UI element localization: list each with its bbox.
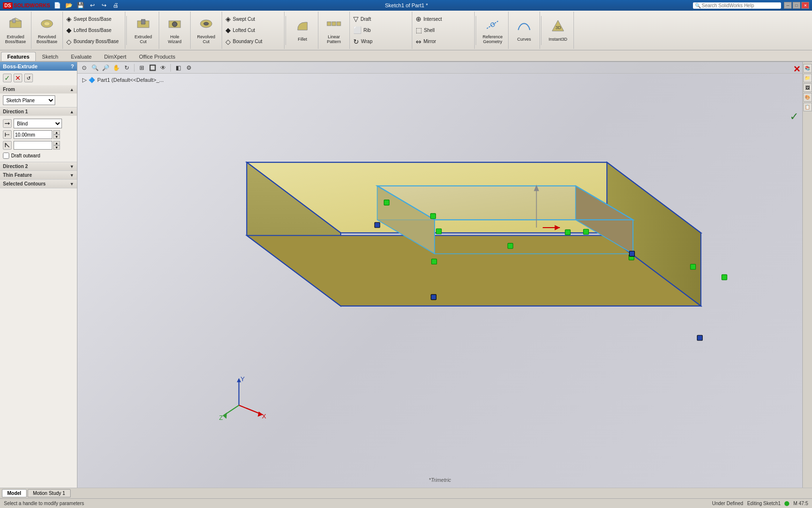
from-section-header[interactable]: From ▲ bbox=[0, 85, 77, 93]
depth-down-btn[interactable]: ▼ bbox=[53, 135, 60, 139]
close-btn[interactable]: ✕ bbox=[801, 2, 809, 9]
draft-outward-checkbox[interactable]: Draft outward bbox=[3, 153, 40, 159]
reference-geometry-btn[interactable]: ReferenceGeometry bbox=[479, 14, 506, 47]
direction1-header[interactable]: Direction 1 ▲ bbox=[0, 108, 77, 116]
draft-btn[interactable]: ▽ Draft bbox=[352, 14, 410, 24]
left-panel: Boss-Extrude ? ✓ ✕ ↺ From ▲ Sketch Plane… bbox=[0, 62, 77, 488]
open-btn[interactable]: 📂 bbox=[65, 1, 74, 10]
maximize-btn[interactable]: □ bbox=[793, 2, 800, 9]
lofted-cut-btn[interactable]: ◆ Lofted Cut bbox=[224, 25, 282, 35]
print-btn[interactable]: 🖨 bbox=[111, 1, 120, 10]
boundary-boss-btn[interactable]: ◇ Boundary Boss/Base bbox=[65, 37, 123, 46]
lofted-boss-btn[interactable]: ◆ Lofted Boss/Base bbox=[65, 25, 123, 35]
search-input[interactable] bbox=[702, 3, 779, 8]
direction1-section: Direction 1 ▲ Blind Through All Up bbox=[0, 108, 77, 162]
redo-btn[interactable]: ↪ bbox=[100, 1, 108, 10]
tab-office-products[interactable]: Office Products bbox=[133, 52, 181, 61]
rs-btn3[interactable]: 🖼 bbox=[803, 83, 812, 92]
thin-feature-collapse-icon: ▼ bbox=[70, 173, 74, 178]
hole-wizard-btn[interactable]: HoleWizard bbox=[161, 14, 188, 47]
close-preview-btn[interactable]: ✕ bbox=[793, 64, 800, 75]
view-orient-btn[interactable]: ⊞ bbox=[137, 63, 147, 72]
main-toolbar: ExtrudedBoss/Base RevolvedBoss/Base ◈ Sw… bbox=[0, 11, 812, 50]
curves-btn[interactable]: Curves bbox=[511, 14, 538, 47]
pan-btn[interactable]: ✋ bbox=[111, 63, 121, 72]
extruded-boss-label: ExtrudedBoss/Base bbox=[5, 34, 26, 44]
boundary-cut-btn[interactable]: ◇ Boundary Cut bbox=[224, 37, 282, 46]
draft-outward-input[interactable] bbox=[3, 153, 9, 159]
display-style-btn[interactable]: 🔲 bbox=[148, 63, 157, 72]
angle-down-btn[interactable]: ▼ bbox=[53, 145, 60, 150]
hole-wizard-section: HoleWizard bbox=[159, 12, 191, 49]
fillet-btn[interactable]: Fillet bbox=[289, 14, 316, 47]
save-btn[interactable]: 💾 bbox=[76, 1, 85, 10]
tab-dimxpert[interactable]: DimXpert bbox=[98, 52, 133, 61]
section-view-btn[interactable]: ◧ bbox=[173, 63, 183, 72]
ok-btn[interactable]: ✓ bbox=[3, 74, 12, 82]
panel-help-icon[interactable]: ? bbox=[71, 63, 74, 69]
panel-resize-handle[interactable] bbox=[75, 62, 77, 488]
model-tab[interactable]: Model bbox=[2, 489, 27, 497]
direction1-collapse-icon: ▲ bbox=[70, 109, 74, 114]
svg-point-10 bbox=[204, 22, 209, 25]
rs-btn4[interactable]: 🎨 bbox=[803, 93, 812, 102]
rs-btn1[interactable]: 📚 bbox=[803, 64, 812, 73]
depth-icon-btn bbox=[3, 130, 12, 139]
draft-label: Draft bbox=[361, 16, 371, 22]
motion-study-tab[interactable]: Motion Study 1 bbox=[28, 489, 71, 497]
instant3d-btn[interactable]: 3D Instant3D bbox=[544, 14, 571, 47]
direction1-type-dropdown[interactable]: Blind Through All Up to Next Up to Verte… bbox=[14, 119, 62, 128]
minimize-btn[interactable]: ─ bbox=[784, 2, 792, 9]
angle-up-btn[interactable]: ▲ bbox=[53, 141, 60, 145]
view-settings-btn[interactable]: ⚙ bbox=[184, 63, 194, 72]
tab-sketch[interactable]: Sketch bbox=[36, 52, 65, 61]
from-dropdown[interactable]: Sketch Plane Surface/Face/Plane Vertex O… bbox=[3, 95, 55, 105]
mirror-btn[interactable]: ⇔ Mirror bbox=[414, 37, 472, 46]
thin-feature-header[interactable]: Thin Feature ▼ bbox=[0, 171, 77, 179]
depth-up-btn[interactable]: ▲ bbox=[53, 130, 60, 135]
panel-header: Boss-Extrude ? bbox=[0, 62, 77, 71]
angle-input[interactable] bbox=[14, 141, 52, 150]
rib-btn[interactable]: ⬜ Rib bbox=[352, 25, 410, 35]
direction1-arrow-btn[interactable] bbox=[3, 119, 12, 128]
instant3d-icon: 3D bbox=[550, 19, 566, 36]
selected-contours-header[interactable]: Selected Contours ▼ bbox=[0, 180, 77, 188]
svg-rect-46 bbox=[584, 229, 589, 234]
depth-input[interactable] bbox=[14, 130, 52, 139]
view-label: *Trimetric bbox=[429, 477, 451, 483]
ref-geometry-section: ReferenceGeometry bbox=[477, 12, 509, 49]
zoom-out-btn[interactable]: 🔎 bbox=[101, 63, 110, 72]
swept-boss-btn[interactable]: ◈ Swept Boss/Base bbox=[65, 14, 123, 24]
linear-pattern-btn[interactable]: LinearPattern bbox=[320, 14, 347, 47]
rotate-btn[interactable]: ↻ bbox=[122, 63, 132, 72]
shell-btn[interactable]: ⬚ Shell bbox=[414, 25, 472, 35]
rs-btn2[interactable]: 📁 bbox=[803, 74, 812, 82]
wrap-btn[interactable]: ↻ Wrap bbox=[352, 37, 410, 46]
extruded-cut-btn[interactable]: ExtrudedCut bbox=[130, 14, 157, 47]
undo-btn[interactable]: ↩ bbox=[88, 1, 97, 10]
reset-btn[interactable]: ↺ bbox=[24, 74, 33, 82]
intersect-icon: ⊕ bbox=[416, 15, 421, 23]
swept-cut-btn[interactable]: ◈ Swept Cut bbox=[224, 14, 282, 24]
direction2-header[interactable]: Direction 2 ▼ bbox=[0, 162, 77, 170]
model-svg: Y X Z bbox=[77, 81, 802, 473]
tab-evaluate[interactable]: Evaluate bbox=[65, 52, 98, 61]
rs-btn5[interactable]: 📋 bbox=[803, 103, 812, 111]
feature-small-group2: ⊕ Intersect ⬚ Shell ⇔ Mirror bbox=[412, 12, 475, 49]
intersect-btn[interactable]: ⊕ Intersect bbox=[414, 14, 472, 24]
zoom-in-btn[interactable]: 🔍 bbox=[90, 63, 100, 72]
new-btn[interactable]: 📄 bbox=[53, 1, 62, 10]
from-label: From bbox=[3, 87, 15, 92]
hide-show-btn[interactable]: 👁 bbox=[158, 63, 168, 72]
mirror-icon: ⇔ bbox=[416, 38, 421, 46]
revolved-boss-btn[interactable]: RevolvedBoss/Base bbox=[33, 14, 60, 47]
revolved-cut-btn[interactable]: RevolvedCut bbox=[193, 14, 220, 47]
extruded-boss-btn[interactable]: ExtrudedBoss/Base bbox=[2, 14, 29, 47]
tab-features[interactable]: Features bbox=[1, 52, 36, 61]
reference-geometry-icon bbox=[485, 17, 500, 33]
divider1 bbox=[126, 16, 127, 45]
zoom-fit-btn[interactable]: ⊙ bbox=[79, 63, 89, 72]
cancel-btn[interactable]: ✕ bbox=[14, 74, 22, 82]
shell-label: Shell bbox=[424, 28, 435, 33]
accept-preview-btn[interactable]: ✓ bbox=[790, 110, 798, 123]
